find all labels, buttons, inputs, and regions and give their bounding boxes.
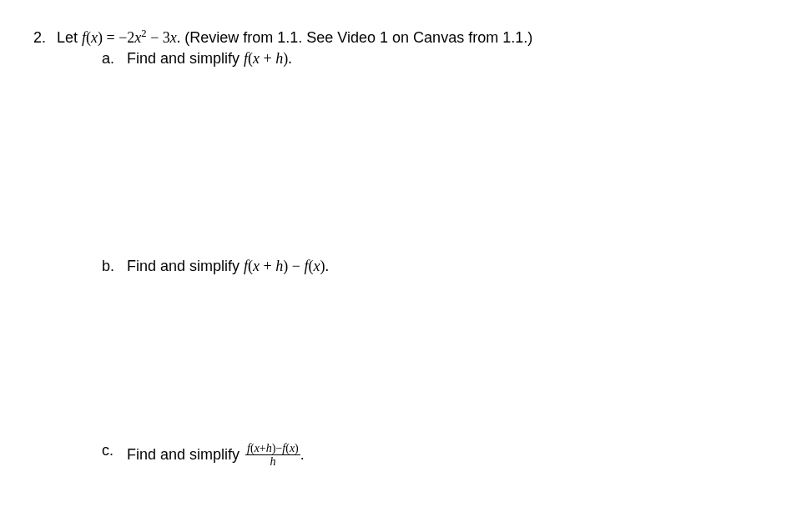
sub-text-c: Find and simplify f(x+h)−f(x)h. — [127, 442, 305, 469]
sub-item-a: a. Find and simplify f(x + h). — [102, 50, 779, 68]
fraction-numerator: f(x+h)−f(x) — [245, 442, 300, 455]
sub-a-plus: + — [260, 50, 275, 67]
sub-b-close2: ). — [320, 258, 329, 274]
intro-suffix: (Review from 1.1. See Video 1 on Canvas … — [180, 29, 532, 46]
sub-letter-c: c. — [102, 442, 127, 459]
sub-a-h: h — [275, 50, 283, 67]
intro-math-x: x — [91, 29, 98, 46]
intro-math-mid: − 3 — [147, 29, 170, 46]
intro-math-x3: x — [170, 29, 177, 46]
sub-text-a: Find and simplify f(x + h). — [127, 50, 292, 68]
sub-letter-a: a. — [102, 50, 127, 68]
frac-close2: ) — [295, 442, 299, 454]
problem-2: 2. Let f(x) = −2x2 − 3x. (Review from 1.… — [33, 29, 779, 469]
sub-item-c: c. Find and simplify f(x+h)−f(x)h. — [102, 442, 779, 469]
problem-intro: Let f(x) = −2x2 − 3x. (Review from 1.1. … — [57, 29, 779, 47]
sub-b-prefix: Find and simplify — [127, 258, 244, 274]
sub-a-close: ). — [283, 50, 292, 67]
sub-c-prefix: Find and simplify — [127, 446, 244, 463]
fraction-denominator: h — [245, 455, 300, 468]
sub-b-close1: ) − — [283, 258, 304, 274]
intro-math-eq: ) = −2 — [98, 29, 134, 46]
sub-letter-b: b. — [102, 258, 127, 275]
sub-b-h1: h — [275, 258, 283, 274]
problem-body: Let f(x) = −2x2 − 3x. (Review from 1.1. … — [57, 29, 779, 469]
frac-h: h — [266, 442, 272, 454]
sub-a-x: x — [253, 50, 260, 67]
sub-a-prefix: Find and simplify — [127, 50, 244, 67]
sub-b-x1: x — [253, 258, 260, 274]
sub-item-b: b. Find and simplify f(x + h) − f(x). — [102, 258, 779, 275]
difference-quotient-fraction: f(x+h)−f(x)h — [245, 442, 300, 469]
sub-c-suffix: . — [300, 446, 305, 463]
frac-plus: + — [260, 442, 266, 454]
frac-close1: )− — [272, 442, 283, 454]
sub-b-plus: + — [260, 258, 275, 274]
problem-number: 2. — [33, 29, 57, 47]
intro-prefix: Let — [57, 29, 82, 46]
sub-text-b: Find and simplify f(x + h) − f(x). — [127, 258, 329, 275]
